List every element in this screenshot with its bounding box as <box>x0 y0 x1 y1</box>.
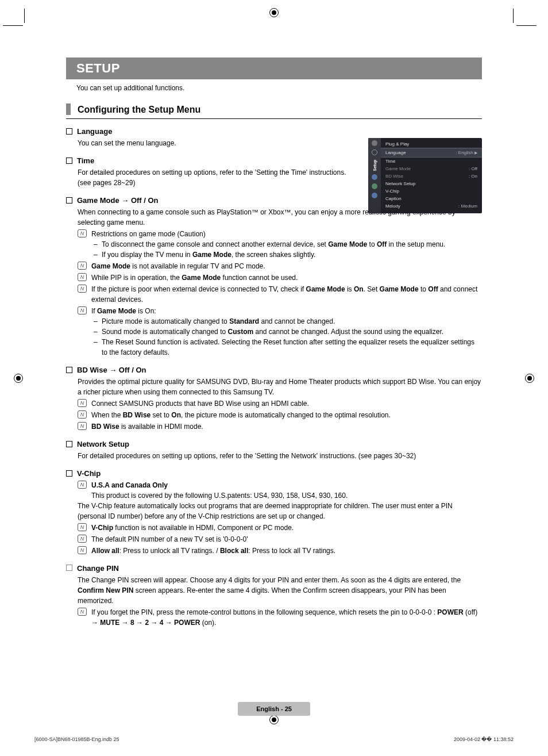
osd-row: Melody: Medium <box>385 202 477 210</box>
note-icon: N <box>78 546 87 554</box>
osd-category-icon <box>372 183 377 189</box>
vchip-note1-sub: This product is covered by the following… <box>91 490 482 501</box>
osd-row-label: V-Chip <box>385 189 399 194</box>
network-desc: For detailed procedures on setting up op… <box>78 451 482 461</box>
time-heading: Time <box>77 156 94 165</box>
bdwise-note1: Connect SAMSUNG products that have BD Wi… <box>91 398 482 409</box>
gamemode-note2: Game Mode is not available in regular TV… <box>91 261 482 271</box>
vchip-desc: The V-Chip feature automatically locks o… <box>78 501 482 521</box>
changepin-desc: The Change PIN screen will appear. Choos… <box>78 575 482 606</box>
osd-category-icon <box>372 193 377 198</box>
list-item: If you display the TV menu in Game Mode,… <box>94 250 482 260</box>
osd-row: Time <box>385 158 477 165</box>
section-banner: SETUP <box>66 57 482 79</box>
crop-mark <box>3 25 23 26</box>
osd-row-label: Plug & Play <box>385 141 409 147</box>
osd-gear-icon <box>372 149 377 155</box>
print-registration-mark-icon <box>269 8 279 17</box>
section-title: Configuring the Setup Menu <box>66 101 482 119</box>
gamemode-note3: While PIP is in operation, the Game Mode… <box>91 273 482 283</box>
osd-row-value: : English <box>456 150 477 155</box>
bdwise-note2: When the BD Wise set to On, the picture … <box>91 410 482 420</box>
gamemode-note1: Restrictions on game mode (Caution) <box>91 229 482 239</box>
note-icon: N <box>78 262 87 270</box>
osd-row-value: : On <box>469 174 477 179</box>
language-heading: Language <box>77 127 112 136</box>
osd-preview: Setup Plug & PlayLanguage: EnglishTimeGa… <box>368 138 482 213</box>
print-registration-mark-icon <box>14 374 23 383</box>
osd-row: BD Wise: On <box>385 172 477 180</box>
note-icon: N <box>78 523 87 531</box>
osd-row: V-Chip <box>385 187 477 195</box>
time-desc: For detailed procedures on setting up op… <box>78 167 353 188</box>
intro-text: You can set up additional functions. <box>76 84 482 92</box>
gamemode-heading: Game Mode → Off / On <box>77 196 159 205</box>
print-meta-right: 2009-04-02 �� 11:38:52 <box>454 736 514 742</box>
osd-category-icon <box>372 140 377 146</box>
note-icon: N <box>78 422 87 430</box>
note-icon: N <box>78 535 87 543</box>
vchip-note3: The default PIN number of a new TV set i… <box>91 534 482 544</box>
osd-row: Language: English <box>381 148 482 158</box>
square-bullet-icon <box>66 367 72 373</box>
list-item: To disconnect the game console and conne… <box>94 239 482 250</box>
square-bullet-gray-icon <box>66 565 72 571</box>
note-icon: N <box>78 273 87 281</box>
osd-row: Caption <box>385 195 477 202</box>
osd-row-label: Caption <box>385 196 402 201</box>
changepin-note: If you forget the PIN, press the remote-… <box>91 607 482 628</box>
note-icon: N <box>78 229 87 237</box>
osd-row-label: Time <box>385 159 395 164</box>
square-bullet-icon <box>66 158 72 164</box>
gamemode-note4: If the picture is poor when external dev… <box>91 284 482 305</box>
osd-row: Network Setup <box>385 180 477 187</box>
square-bullet-icon <box>66 128 72 135</box>
list-item: Picture mode is automatically changed to… <box>94 316 482 327</box>
square-bullet-icon <box>66 441 72 447</box>
crop-mark <box>516 25 537 26</box>
vchip-note4: Allow all: Press to unlock all TV rating… <box>91 546 482 556</box>
print-meta-left: [6000-SA]BN68-01985B-Eng.indb 25 <box>34 736 119 742</box>
list-item: Sound mode is automatically changed to C… <box>94 327 482 337</box>
vchip-heading: V-Chip <box>77 469 101 478</box>
bdwise-note3: BD Wise is available in HDMI mode. <box>91 421 482 432</box>
vchip-note1: U.S.A and Canada Only <box>91 480 482 490</box>
network-heading: Network Setup <box>77 440 129 448</box>
osd-row-label: Network Setup <box>385 181 415 186</box>
changepin-heading: Change PIN <box>77 564 119 573</box>
gamemode-note5: If Game Mode is On: <box>91 306 482 316</box>
note-icon: N <box>78 410 87 419</box>
note-icon: N <box>78 306 87 314</box>
osd-row: Game Mode: Off <box>385 165 477 172</box>
osd-menu: Plug & PlayLanguage: EnglishTimeGame Mod… <box>381 138 482 213</box>
bdwise-desc: Provides the optimal picture quality for… <box>78 377 482 397</box>
page-number-pill: English - 25 <box>238 702 310 716</box>
osd-category-icon <box>372 174 377 180</box>
osd-sidebar: Setup <box>368 138 381 213</box>
print-registration-mark-icon <box>269 715 279 724</box>
vchip-note2: V-Chip function is not available in HDMI… <box>91 523 482 533</box>
note-icon: N <box>78 608 87 616</box>
note-icon: N <box>78 399 87 407</box>
osd-row-value: : Medium <box>458 204 477 209</box>
note-icon: N <box>78 285 87 293</box>
osd-sidebar-label: Setup <box>373 160 377 171</box>
note-icon: N <box>78 481 87 489</box>
square-bullet-icon <box>66 197 72 204</box>
osd-row-label: BD Wise <box>385 174 403 179</box>
crop-mark <box>24 9 25 23</box>
osd-row-label: Language <box>385 150 406 155</box>
list-item: The Reset Sound function is activated. S… <box>94 337 482 358</box>
page-footer: English - 25 <box>0 702 548 716</box>
osd-row-label: Melody <box>385 204 400 209</box>
osd-row-label: Game Mode <box>385 166 411 171</box>
square-bullet-icon <box>66 470 72 477</box>
print-registration-mark-icon <box>525 374 534 383</box>
bdwise-heading: BD Wise → Off / On <box>77 366 146 374</box>
crop-mark <box>513 9 514 23</box>
osd-row-value: : Off <box>469 166 477 171</box>
osd-row: Plug & Play <box>385 140 477 148</box>
